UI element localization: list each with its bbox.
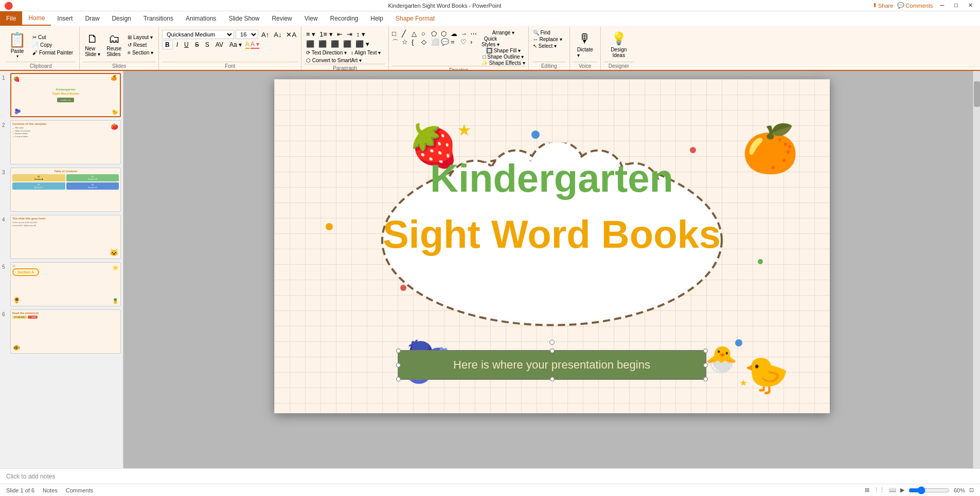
align-text-button[interactable]: ↕ Align Text ▾ xyxy=(349,49,382,56)
minimize-button[interactable]: ─ xyxy=(937,2,948,9)
arrange-button[interactable]: Arrange ▾ xyxy=(482,30,525,35)
layout-button[interactable]: ⊞ Layout ▾ xyxy=(126,34,155,41)
font-family-select[interactable]: Quicksand Medium xyxy=(162,30,234,39)
convert-smartart-button[interactable]: ⬡ Convert to SmartArt ▾ xyxy=(305,57,363,64)
slide-thumb-6[interactable]: 6 Read the sentences 🐟 I can swim 🍎 appl… xyxy=(2,309,121,354)
line-spacing-button[interactable]: ↕ ▾ xyxy=(355,30,367,39)
new-slide-button[interactable]: 🗋 NewSlide ▾ xyxy=(83,31,102,58)
increase-font-size-button[interactable]: A↑ xyxy=(260,30,271,39)
shape-star[interactable]: ☆ xyxy=(402,38,411,47)
copy-button[interactable]: 📄 Copy xyxy=(30,42,75,48)
share-button[interactable]: ⬆ Share xyxy=(872,2,893,9)
tab-help[interactable]: Help xyxy=(364,11,389,26)
slide-thumb-5[interactable]: 5 01 Section A 🌻 🍍 ⭐ xyxy=(2,262,121,306)
shape-eq[interactable]: = xyxy=(451,38,460,47)
shape-heart[interactable]: ♡ xyxy=(460,38,470,47)
align-left-button[interactable]: ⬛ xyxy=(305,40,316,48)
decrease-indent-button[interactable]: ⇤ xyxy=(335,30,344,39)
change-case-button[interactable]: Aa ▾ xyxy=(227,41,244,49)
italic-button[interactable]: I xyxy=(174,41,181,49)
cut-icon: ✂ xyxy=(32,34,37,40)
notes-area[interactable]: Click to add notes xyxy=(0,468,980,484)
tab-animations[interactable]: Animations xyxy=(180,11,222,26)
increase-indent-button[interactable]: ⇥ xyxy=(345,30,354,39)
shape-triangle[interactable]: △ xyxy=(412,30,421,38)
shape-chevron[interactable]: › xyxy=(470,38,479,47)
bullets-button[interactable]: ≡ ▾ xyxy=(305,30,317,39)
tab-slideshow[interactable]: Slide Show xyxy=(222,11,265,26)
view-reading[interactable]: 📖 xyxy=(889,487,896,493)
view-slideshow[interactable]: ▶ xyxy=(900,487,904,493)
tab-review[interactable]: Review xyxy=(265,11,298,26)
format-painter-button[interactable]: 🖌 Format Painter xyxy=(30,49,75,56)
shape-brace[interactable]: { xyxy=(412,38,421,47)
font-size-select[interactable]: 16 xyxy=(236,30,258,39)
char-spacing-button[interactable]: AV xyxy=(213,41,226,49)
tab-transitions[interactable]: Transitions xyxy=(137,11,180,26)
view-slide-sorter[interactable]: ⋮⋮ xyxy=(874,487,885,493)
canvas-scrollbar[interactable] xyxy=(973,71,980,468)
shape-hexagon[interactable]: ⬡ xyxy=(441,30,450,38)
clear-formatting-button[interactable]: ✕A xyxy=(284,30,298,39)
view-normal[interactable]: ⊞ xyxy=(865,487,869,493)
replace-button[interactable]: ↔ Replace ▾ xyxy=(533,36,565,42)
slide-count: Slide 1 of 6 xyxy=(6,487,34,493)
fit-slide-button[interactable]: ⊡ xyxy=(969,487,974,493)
shape-rect[interactable]: □ xyxy=(392,30,401,38)
close-button[interactable]: ✕ xyxy=(965,2,976,9)
shape-call[interactable]: 💬 xyxy=(441,38,450,47)
slide-title-line1[interactable]: Kindergarten xyxy=(274,159,830,198)
shape-cloud[interactable]: ☁ xyxy=(451,30,460,38)
text-shadow-button[interactable]: S xyxy=(203,41,212,49)
numbering-button[interactable]: 1≡ ▾ xyxy=(318,30,334,39)
text-direction-button[interactable]: ⟳ Text Direction ▾ xyxy=(305,49,348,56)
slide-thumb-2[interactable]: 2 Contents of this template — Title slid… xyxy=(2,120,121,164)
tab-view[interactable]: View xyxy=(298,11,324,26)
slide-thumb-1[interactable]: 1 KindergartenSight Word Books subtitle … xyxy=(2,73,121,117)
find-button[interactable]: 🔍 Find xyxy=(533,30,565,35)
subtitle-textbox[interactable]: Here is where your presentation begins xyxy=(398,350,706,380)
tab-insert[interactable]: Insert xyxy=(51,11,79,26)
tab-design[interactable]: Design xyxy=(105,11,137,26)
decrease-font-size-button[interactable]: A↓ xyxy=(272,30,283,39)
align-right-button[interactable]: ⬛ xyxy=(329,40,341,48)
quick-styles-button[interactable]: QuickStyles ▾ xyxy=(482,36,500,47)
strikethrough-button[interactable]: S xyxy=(192,41,202,49)
main-slide[interactable]: ★ ★ ★ ★ ★ xyxy=(274,79,830,413)
section-button[interactable]: ≡ Section ▾ xyxy=(126,49,155,56)
tab-recording[interactable]: Recording xyxy=(324,11,365,26)
slide-thumb-4[interactable]: 4 The slide title goes here! Lorem ipsum… xyxy=(2,215,121,259)
shape-effects-button[interactable]: ✨ Shape Effects ▾ xyxy=(482,60,525,66)
tab-draw[interactable]: Draw xyxy=(79,11,105,26)
select-button[interactable]: ↖ Select ▾ xyxy=(533,43,565,49)
justify-button[interactable]: ⬛ xyxy=(342,40,353,48)
app-icon: 🔴 xyxy=(4,2,13,10)
tab-file[interactable]: File xyxy=(0,11,22,26)
shape-line[interactable]: ╱ xyxy=(402,30,411,38)
slide-thumb-3[interactable]: 3 Table of contents 01Section A 02Sectio… xyxy=(2,168,121,212)
shape-circle[interactable]: ○ xyxy=(421,30,431,38)
cut-button[interactable]: ✂ Cut xyxy=(30,34,75,41)
comments-button[interactable]: 💬 Comments xyxy=(897,2,933,9)
shape-block[interactable]: ⬜ xyxy=(431,38,440,47)
paste-button[interactable]: 📋 Paste ▾ xyxy=(6,30,28,60)
shape-outline-button[interactable]: □ Shape Outline ▾ xyxy=(482,54,525,60)
reuse-slides-button[interactable]: 🗂 ReuseSlides xyxy=(104,31,123,58)
shape-quad[interactable]: ◇ xyxy=(421,38,431,47)
zoom-slider[interactable] xyxy=(908,486,950,494)
bold-button[interactable]: B xyxy=(162,40,173,49)
reset-button[interactable]: ↺ Reset xyxy=(126,42,155,48)
tab-shape-format[interactable]: Shape Format xyxy=(389,11,441,26)
columns-button[interactable]: ⬛ ▾ xyxy=(354,40,371,48)
align-center-button[interactable]: ⬛ xyxy=(317,40,328,48)
shape-arrow[interactable]: → xyxy=(460,30,470,38)
shape-fill-button[interactable]: 🔲 Shape Fill ▾ xyxy=(482,48,525,53)
slide-panel: 1 KindergartenSight Word Books subtitle … xyxy=(0,71,123,468)
slide-title-line2[interactable]: Sight Word Books xyxy=(274,213,830,256)
underline-button[interactable]: U xyxy=(182,41,191,49)
shape-more[interactable]: ⋯ xyxy=(470,30,479,38)
shape-pentagon[interactable]: ⬠ xyxy=(431,30,440,38)
shape-arc[interactable]: ⌒ xyxy=(392,38,401,47)
maximize-button[interactable]: □ xyxy=(951,2,961,9)
tab-home[interactable]: Home xyxy=(22,11,51,26)
